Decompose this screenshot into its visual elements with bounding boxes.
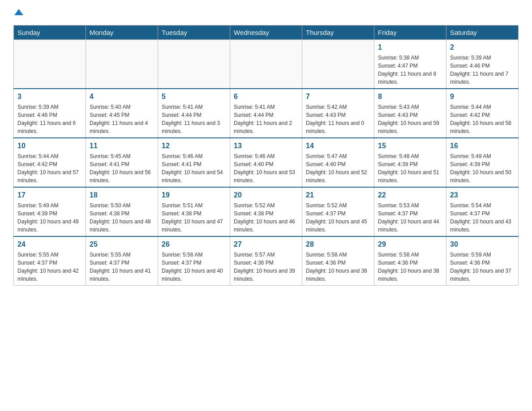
- day-number: 6: [234, 91, 298, 102]
- day-number: 2: [450, 42, 515, 53]
- calendar-cell: [158, 40, 230, 89]
- calendar-cell: [14, 40, 86, 89]
- calendar-cell: 17Sunrise: 5:49 AMSunset: 4:39 PMDayligh…: [14, 187, 86, 236]
- weekday-header-wednesday: Wednesday: [230, 26, 302, 40]
- day-number: 5: [162, 91, 226, 102]
- day-info: Sunrise: 5:50 AMSunset: 4:38 PMDaylight:…: [90, 201, 154, 234]
- day-number: 14: [306, 141, 370, 151]
- day-number: 15: [378, 141, 442, 151]
- day-number: 22: [378, 190, 442, 201]
- day-info: Sunrise: 5:47 AMSunset: 4:40 PMDaylight:…: [306, 152, 370, 184]
- calendar-cell: 26Sunrise: 5:56 AMSunset: 4:37 PMDayligh…: [158, 236, 230, 286]
- calendar-table: SundayMondayTuesdayWednesdayThursdayFrid…: [13, 25, 519, 286]
- weekday-header-row: SundayMondayTuesdayWednesdayThursdayFrid…: [14, 26, 519, 40]
- calendar-cell: 3Sunrise: 5:39 AMSunset: 4:46 PMDaylight…: [14, 89, 86, 138]
- day-number: 24: [17, 239, 82, 250]
- calendar-cell: 5Sunrise: 5:41 AMSunset: 4:44 PMDaylight…: [158, 89, 230, 138]
- day-info: Sunrise: 5:49 AMSunset: 4:39 PMDaylight:…: [17, 201, 82, 234]
- logo: [13, 9, 23, 16]
- weekday-header-saturday: Saturday: [446, 26, 519, 40]
- day-number: 13: [234, 141, 298, 151]
- day-info: Sunrise: 5:54 AMSunset: 4:37 PMDaylight:…: [450, 201, 515, 234]
- calendar-cell: 18Sunrise: 5:50 AMSunset: 4:38 PMDayligh…: [86, 187, 158, 236]
- day-number: 28: [306, 239, 370, 250]
- day-number: 1: [378, 42, 442, 53]
- day-info: Sunrise: 5:57 AMSunset: 4:36 PMDaylight:…: [234, 251, 298, 283]
- calendar-cell: 12Sunrise: 5:46 AMSunset: 4:41 PMDayligh…: [158, 138, 230, 187]
- calendar-cell: 11Sunrise: 5:45 AMSunset: 4:41 PMDayligh…: [86, 138, 158, 187]
- day-info: Sunrise: 5:59 AMSunset: 4:36 PMDaylight:…: [450, 251, 515, 283]
- day-info: Sunrise: 5:39 AMSunset: 4:46 PMDaylight:…: [17, 103, 82, 135]
- day-number: 19: [162, 190, 226, 201]
- day-info: Sunrise: 5:56 AMSunset: 4:37 PMDaylight:…: [162, 251, 226, 283]
- weekday-header-friday: Friday: [374, 26, 446, 40]
- calendar-cell: 15Sunrise: 5:48 AMSunset: 4:39 PMDayligh…: [374, 138, 446, 187]
- calendar-cell: 1Sunrise: 5:38 AMSunset: 4:47 PMDaylight…: [374, 40, 446, 89]
- day-number: 3: [17, 91, 82, 102]
- day-info: Sunrise: 5:46 AMSunset: 4:41 PMDaylight:…: [162, 152, 226, 184]
- day-info: Sunrise: 5:53 AMSunset: 4:37 PMDaylight:…: [378, 201, 442, 234]
- weekday-header-sunday: Sunday: [14, 26, 86, 40]
- calendar-cell: 8Sunrise: 5:43 AMSunset: 4:43 PMDaylight…: [374, 89, 446, 138]
- day-info: Sunrise: 5:51 AMSunset: 4:38 PMDaylight:…: [162, 201, 226, 234]
- day-number: 27: [234, 239, 298, 250]
- page-header: [13, 9, 519, 16]
- day-number: 21: [306, 190, 370, 201]
- day-info: Sunrise: 5:55 AMSunset: 4:37 PMDaylight:…: [90, 251, 154, 283]
- calendar-cell: 20Sunrise: 5:52 AMSunset: 4:38 PMDayligh…: [230, 187, 302, 236]
- day-info: Sunrise: 5:48 AMSunset: 4:39 PMDaylight:…: [378, 152, 442, 184]
- calendar-cell: [302, 40, 374, 89]
- weekday-header-tuesday: Tuesday: [158, 26, 230, 40]
- calendar-cell: 2Sunrise: 5:39 AMSunset: 4:46 PMDaylight…: [446, 40, 519, 89]
- logo-triangle-icon: [14, 9, 23, 15]
- day-number: 11: [90, 141, 154, 151]
- calendar-cell: 16Sunrise: 5:49 AMSunset: 4:39 PMDayligh…: [446, 138, 519, 187]
- day-number: 29: [378, 239, 442, 250]
- day-info: Sunrise: 5:45 AMSunset: 4:41 PMDaylight:…: [90, 152, 154, 184]
- day-number: 25: [90, 239, 154, 250]
- calendar-week-row: 3Sunrise: 5:39 AMSunset: 4:46 PMDaylight…: [14, 89, 519, 138]
- calendar-cell: [230, 40, 302, 89]
- day-info: Sunrise: 5:46 AMSunset: 4:40 PMDaylight:…: [234, 152, 298, 184]
- day-info: Sunrise: 5:43 AMSunset: 4:43 PMDaylight:…: [378, 103, 442, 135]
- calendar-cell: 24Sunrise: 5:55 AMSunset: 4:37 PMDayligh…: [14, 236, 86, 286]
- day-info: Sunrise: 5:40 AMSunset: 4:45 PMDaylight:…: [90, 103, 154, 135]
- calendar-cell: 21Sunrise: 5:52 AMSunset: 4:37 PMDayligh…: [302, 187, 374, 236]
- day-info: Sunrise: 5:58 AMSunset: 4:36 PMDaylight:…: [306, 251, 370, 283]
- calendar-week-row: 17Sunrise: 5:49 AMSunset: 4:39 PMDayligh…: [14, 187, 519, 236]
- day-info: Sunrise: 5:38 AMSunset: 4:47 PMDaylight:…: [378, 54, 442, 86]
- calendar-week-row: 1Sunrise: 5:38 AMSunset: 4:47 PMDaylight…: [14, 40, 519, 89]
- calendar-cell: 4Sunrise: 5:40 AMSunset: 4:45 PMDaylight…: [86, 89, 158, 138]
- weekday-header-monday: Monday: [86, 26, 158, 40]
- day-number: 12: [162, 141, 226, 151]
- calendar-cell: 28Sunrise: 5:58 AMSunset: 4:36 PMDayligh…: [302, 236, 374, 286]
- day-info: Sunrise: 5:52 AMSunset: 4:38 PMDaylight:…: [234, 201, 298, 234]
- day-info: Sunrise: 5:49 AMSunset: 4:39 PMDaylight:…: [450, 152, 515, 184]
- calendar-cell: 23Sunrise: 5:54 AMSunset: 4:37 PMDayligh…: [446, 187, 519, 236]
- calendar-cell: 10Sunrise: 5:44 AMSunset: 4:42 PMDayligh…: [14, 138, 86, 187]
- day-info: Sunrise: 5:52 AMSunset: 4:37 PMDaylight:…: [306, 201, 370, 234]
- day-info: Sunrise: 5:58 AMSunset: 4:36 PMDaylight:…: [378, 251, 442, 283]
- day-number: 26: [162, 239, 226, 250]
- day-info: Sunrise: 5:42 AMSunset: 4:43 PMDaylight:…: [306, 103, 370, 135]
- day-number: 4: [90, 91, 154, 102]
- calendar-week-row: 10Sunrise: 5:44 AMSunset: 4:42 PMDayligh…: [14, 138, 519, 187]
- day-number: 7: [306, 91, 370, 102]
- calendar-cell: 7Sunrise: 5:42 AMSunset: 4:43 PMDaylight…: [302, 89, 374, 138]
- calendar-week-row: 24Sunrise: 5:55 AMSunset: 4:37 PMDayligh…: [14, 236, 519, 286]
- calendar-cell: 13Sunrise: 5:46 AMSunset: 4:40 PMDayligh…: [230, 138, 302, 187]
- calendar-cell: 25Sunrise: 5:55 AMSunset: 4:37 PMDayligh…: [86, 236, 158, 286]
- calendar-cell: 22Sunrise: 5:53 AMSunset: 4:37 PMDayligh…: [374, 187, 446, 236]
- calendar-cell: 27Sunrise: 5:57 AMSunset: 4:36 PMDayligh…: [230, 236, 302, 286]
- day-info: Sunrise: 5:41 AMSunset: 4:44 PMDaylight:…: [234, 103, 298, 135]
- day-info: Sunrise: 5:39 AMSunset: 4:46 PMDaylight:…: [450, 54, 515, 86]
- day-number: 23: [450, 190, 515, 201]
- day-info: Sunrise: 5:44 AMSunset: 4:42 PMDaylight:…: [17, 152, 82, 184]
- day-number: 9: [450, 91, 515, 102]
- weekday-header-thursday: Thursday: [302, 26, 374, 40]
- day-info: Sunrise: 5:41 AMSunset: 4:44 PMDaylight:…: [162, 103, 226, 135]
- day-number: 17: [17, 190, 82, 201]
- calendar-cell: 9Sunrise: 5:44 AMSunset: 4:42 PMDaylight…: [446, 89, 519, 138]
- day-number: 16: [450, 141, 515, 151]
- day-number: 30: [450, 239, 515, 250]
